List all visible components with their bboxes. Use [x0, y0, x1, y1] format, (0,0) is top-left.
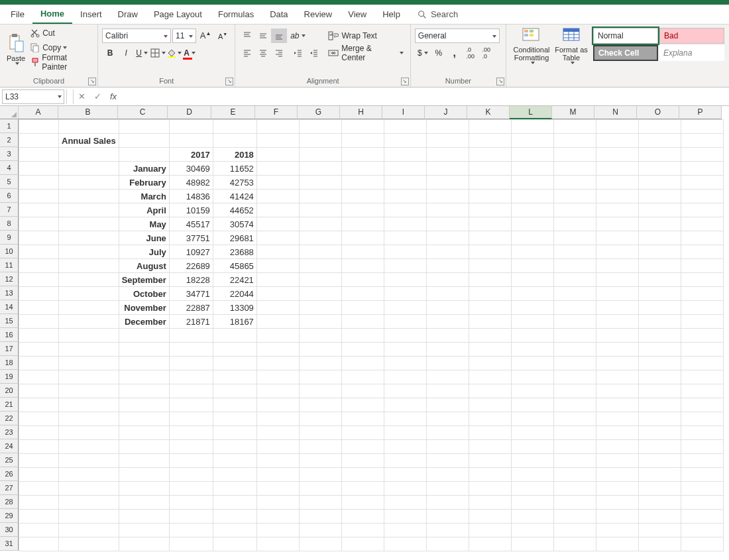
tab-help[interactable]: Help — [374, 5, 408, 24]
cell-I1[interactable] — [384, 120, 426, 134]
cell-style-explanatory[interactable]: Explana — [659, 45, 724, 61]
cell-M8[interactable] — [553, 217, 596, 231]
cell-K18[interactable] — [469, 357, 511, 370]
cell-C24[interactable] — [119, 440, 169, 454]
cell-M26[interactable] — [553, 468, 596, 482]
cell-F23[interactable] — [256, 426, 299, 440]
cell-P19[interactable] — [681, 370, 723, 384]
cell-P9[interactable] — [681, 231, 723, 245]
cell-E12[interactable]: 22421 — [213, 273, 256, 287]
tab-data[interactable]: Data — [262, 5, 296, 24]
cell-K8[interactable] — [469, 217, 511, 231]
cell-M6[interactable] — [553, 190, 596, 203]
cell-D16[interactable] — [169, 329, 213, 343]
cell-F13[interactable] — [256, 287, 299, 301]
cell-D1[interactable] — [169, 120, 213, 134]
cell-O8[interactable] — [638, 217, 681, 231]
cell-F5[interactable] — [256, 176, 299, 190]
cell-O5[interactable] — [638, 176, 681, 190]
column-header-A[interactable]: A — [19, 106, 58, 119]
cell-F9[interactable] — [256, 231, 299, 245]
cell-G5[interactable] — [299, 176, 341, 190]
cell-J12[interactable] — [426, 273, 469, 287]
cell-N10[interactable] — [596, 245, 638, 259]
cell-K1[interactable] — [469, 120, 511, 134]
row-header-30[interactable]: 30 — [0, 523, 19, 537]
cell-P18[interactable] — [681, 357, 723, 370]
cell-H24[interactable] — [341, 440, 384, 454]
cell-A26[interactable] — [19, 468, 59, 482]
cell-M22[interactable] — [553, 412, 596, 426]
cell-D21[interactable] — [169, 398, 213, 412]
cell-C25[interactable] — [119, 454, 169, 468]
cell-N17[interactable] — [596, 343, 638, 357]
cell-A12[interactable] — [19, 273, 59, 287]
increase-indent-button[interactable] — [306, 46, 321, 60]
orientation-button[interactable]: ab — [290, 28, 306, 43]
dialog-launcher-icon[interactable]: ↘ — [225, 78, 233, 85]
cell-B27[interactable] — [59, 482, 119, 496]
cell-F15[interactable] — [256, 315, 299, 329]
cell-C10[interactable]: July — [119, 245, 169, 259]
italic-button[interactable]: I — [118, 46, 134, 60]
cell-B18[interactable] — [59, 357, 119, 370]
cell-A8[interactable] — [19, 217, 59, 231]
cell-style-check-cell[interactable]: Check Cell — [593, 45, 658, 61]
cell-L7[interactable] — [511, 203, 553, 217]
cell-B17[interactable] — [59, 343, 119, 357]
cell-P31[interactable] — [681, 537, 723, 551]
cell-E31[interactable] — [213, 537, 256, 551]
cell-M16[interactable] — [553, 329, 596, 343]
cell-I13[interactable] — [384, 287, 426, 301]
row-header-7[interactable]: 7 — [0, 203, 19, 217]
cell-L10[interactable] — [511, 245, 553, 259]
cell-P2[interactable] — [681, 134, 723, 148]
cell-N7[interactable] — [596, 203, 638, 217]
cell-O11[interactable] — [638, 259, 681, 273]
cell-O1[interactable] — [638, 120, 681, 134]
cell-F30[interactable] — [256, 524, 299, 537]
cell-F2[interactable] — [256, 134, 299, 148]
cell-C14[interactable]: November — [119, 301, 169, 315]
cell-A13[interactable] — [19, 287, 59, 301]
cell-I8[interactable] — [384, 217, 426, 231]
cell-G25[interactable] — [299, 454, 341, 468]
cell-B23[interactable] — [59, 426, 119, 440]
cell-I11[interactable] — [384, 259, 426, 273]
cell-P8[interactable] — [681, 217, 723, 231]
tab-formulas[interactable]: Formulas — [210, 5, 262, 24]
cell-L22[interactable] — [511, 412, 553, 426]
row-header-23[interactable]: 23 — [0, 425, 19, 439]
fill-color-button[interactable] — [166, 46, 182, 60]
cell-I17[interactable] — [384, 343, 426, 357]
cell-I21[interactable] — [384, 398, 426, 412]
cell-F1[interactable] — [256, 120, 299, 134]
cell-I14[interactable] — [384, 301, 426, 315]
cell-H19[interactable] — [341, 370, 384, 384]
cell-E27[interactable] — [213, 482, 256, 496]
cell-P3[interactable] — [681, 148, 723, 162]
cell-O20[interactable] — [638, 384, 681, 398]
cell-K2[interactable] — [469, 134, 511, 148]
cell-B30[interactable] — [59, 524, 119, 537]
cell-J24[interactable] — [426, 440, 469, 454]
cell-D6[interactable]: 14836 — [169, 190, 213, 203]
cell-A24[interactable] — [19, 440, 59, 454]
cell-E17[interactable] — [213, 343, 256, 357]
cell-C17[interactable] — [119, 343, 169, 357]
cell-O26[interactable] — [638, 468, 681, 482]
cell-G23[interactable] — [299, 426, 341, 440]
column-header-C[interactable]: C — [118, 106, 168, 119]
cell-I3[interactable] — [384, 148, 426, 162]
cell-K14[interactable] — [469, 301, 511, 315]
cell-F8[interactable] — [256, 217, 299, 231]
cell-E25[interactable] — [213, 454, 256, 468]
accounting-format-button[interactable]: $ — [415, 46, 431, 60]
cell-L13[interactable] — [511, 287, 553, 301]
column-header-O[interactable]: O — [637, 106, 679, 119]
cell-A5[interactable] — [19, 176, 59, 190]
decrease-decimal-button[interactable]: .00.0 — [478, 46, 494, 60]
font-name-combo[interactable]: Calibri — [102, 28, 171, 43]
cell-G14[interactable] — [299, 301, 341, 315]
cell-D15[interactable]: 21871 — [169, 315, 213, 329]
